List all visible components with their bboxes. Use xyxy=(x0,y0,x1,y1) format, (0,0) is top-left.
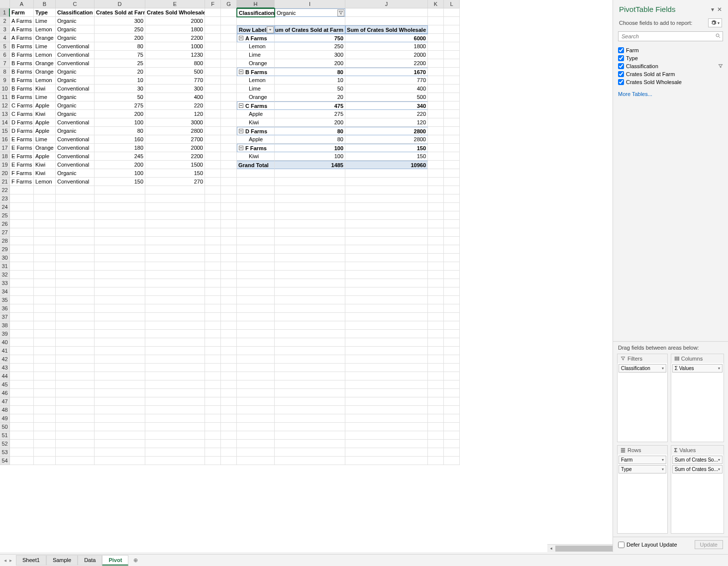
empty-cell[interactable] xyxy=(34,203,56,211)
empty-cell[interactable] xyxy=(444,211,460,220)
empty-cell[interactable] xyxy=(345,364,428,372)
data-cell[interactable]: C Farms xyxy=(10,110,34,118)
empty-cell[interactable] xyxy=(428,287,444,296)
data-cell[interactable]: 2200 xyxy=(145,34,205,42)
empty-cell[interactable] xyxy=(444,194,460,203)
empty-cell[interactable] xyxy=(221,423,237,431)
pivot-value-cell[interactable]: 50 xyxy=(275,85,345,93)
row-header-35[interactable]: 35 xyxy=(0,296,10,304)
zone-values[interactable]: Σ ValuesSum of Crates So...▾Sum of Crate… xyxy=(671,445,724,534)
empty-cell[interactable] xyxy=(275,237,345,245)
fields-search-input[interactable] xyxy=(618,31,723,41)
empty-cell[interactable] xyxy=(275,203,345,211)
empty-cell[interactable] xyxy=(428,127,444,135)
empty-cell[interactable] xyxy=(34,321,56,330)
empty-cell[interactable] xyxy=(221,245,237,254)
pivot-sub-row[interactable]: Lemon xyxy=(237,76,275,85)
row-header-26[interactable]: 26 xyxy=(0,220,10,228)
empty-cell[interactable] xyxy=(428,25,444,34)
empty-cell[interactable] xyxy=(345,203,428,211)
row-header-7[interactable]: 7 xyxy=(0,59,10,68)
empty-cell[interactable] xyxy=(428,220,444,228)
data-cell[interactable]: A Farms xyxy=(10,17,34,25)
empty-cell[interactable] xyxy=(205,51,221,59)
empty-cell[interactable] xyxy=(145,186,205,194)
row-header-29[interactable]: 29 xyxy=(0,245,10,254)
column-header-K[interactable]: K xyxy=(428,0,444,8)
data-cell[interactable]: C Farms xyxy=(10,101,34,110)
empty-cell[interactable] xyxy=(444,296,460,304)
empty-cell[interactable] xyxy=(205,17,221,25)
empty-cell[interactable] xyxy=(56,431,95,440)
empty-cell[interactable] xyxy=(56,397,95,406)
data-cell[interactable]: 250 xyxy=(95,25,145,34)
data-cell[interactable]: B Farms xyxy=(10,68,34,76)
empty-cell[interactable] xyxy=(145,423,205,431)
zone-body[interactable]: Farm▾Type▾ xyxy=(618,455,667,533)
pivot-value-cell[interactable]: 400 xyxy=(345,85,428,93)
empty-cell[interactable] xyxy=(237,347,275,355)
empty-cell[interactable] xyxy=(95,254,145,262)
empty-cell[interactable] xyxy=(428,17,444,25)
data-cell[interactable]: 200 xyxy=(95,34,145,42)
data-cell[interactable]: Conventional xyxy=(56,161,95,169)
data-cell[interactable]: Lemon xyxy=(34,51,56,59)
data-cell[interactable]: Lime xyxy=(34,93,56,101)
empty-cell[interactable] xyxy=(444,161,460,169)
empty-cell[interactable] xyxy=(10,380,34,389)
empty-cell[interactable] xyxy=(221,169,237,178)
pivot-value-cell[interactable]: 200 xyxy=(275,59,345,68)
empty-cell[interactable] xyxy=(56,194,95,203)
empty-cell[interactable] xyxy=(205,380,221,389)
empty-cell[interactable] xyxy=(428,85,444,93)
empty-cell[interactable] xyxy=(56,262,95,271)
empty-cell[interactable] xyxy=(345,254,428,262)
empty-cell[interactable] xyxy=(10,372,34,380)
empty-cell[interactable] xyxy=(221,338,237,347)
empty-cell[interactable] xyxy=(56,211,95,220)
data-cell[interactable]: Apple xyxy=(34,118,56,127)
pivot-value-cell[interactable]: 80 xyxy=(275,135,345,144)
empty-cell[interactable] xyxy=(205,161,221,169)
empty-cell[interactable] xyxy=(444,118,460,127)
pivot-value-cell[interactable]: 2800 xyxy=(345,135,428,144)
data-cell[interactable]: 150 xyxy=(95,178,145,186)
empty-cell[interactable] xyxy=(444,338,460,347)
empty-cell[interactable] xyxy=(56,237,95,245)
data-cell[interactable]: Kiwi xyxy=(34,85,56,93)
empty-cell[interactable] xyxy=(237,169,275,178)
select-all-corner[interactable] xyxy=(0,0,10,8)
empty-cell[interactable] xyxy=(145,347,205,355)
pane-dropdown-icon[interactable]: ▾ xyxy=(711,6,714,13)
data-cell[interactable]: F Farms xyxy=(10,169,34,178)
empty-cell[interactable] xyxy=(95,380,145,389)
empty-cell[interactable] xyxy=(444,152,460,161)
header-cell[interactable]: Type xyxy=(34,8,56,17)
tab-nav-first-icon[interactable]: ◂ xyxy=(4,558,6,563)
empty-cell[interactable] xyxy=(205,144,221,152)
empty-cell[interactable] xyxy=(428,68,444,76)
column-header-A[interactable]: A xyxy=(10,0,34,8)
pivot-sub-row[interactable]: Lime xyxy=(237,85,275,93)
empty-cell[interactable] xyxy=(275,397,345,406)
data-cell[interactable]: Organic xyxy=(56,25,95,34)
empty-cell[interactable] xyxy=(275,423,345,431)
empty-cell[interactable] xyxy=(10,440,34,448)
chevron-down-icon[interactable]: ▾ xyxy=(662,366,664,371)
empty-cell[interactable] xyxy=(145,296,205,304)
empty-cell[interactable] xyxy=(56,186,95,194)
empty-cell[interactable] xyxy=(205,406,221,414)
row-header-41[interactable]: 41 xyxy=(0,347,10,355)
empty-cell[interactable] xyxy=(275,321,345,330)
row-header-42[interactable]: 42 xyxy=(0,355,10,364)
pivot-filter-label[interactable]: Classification xyxy=(237,8,275,17)
row-header-39[interactable]: 39 xyxy=(0,330,10,338)
column-header-B[interactable]: B xyxy=(34,0,56,8)
empty-cell[interactable] xyxy=(428,431,444,440)
empty-cell[interactable] xyxy=(237,237,275,245)
row-header-4[interactable]: 4 xyxy=(0,34,10,42)
chevron-down-icon[interactable]: ▾ xyxy=(662,467,664,472)
empty-cell[interactable] xyxy=(34,296,56,304)
data-cell[interactable]: Organic xyxy=(56,110,95,118)
empty-cell[interactable] xyxy=(95,355,145,364)
